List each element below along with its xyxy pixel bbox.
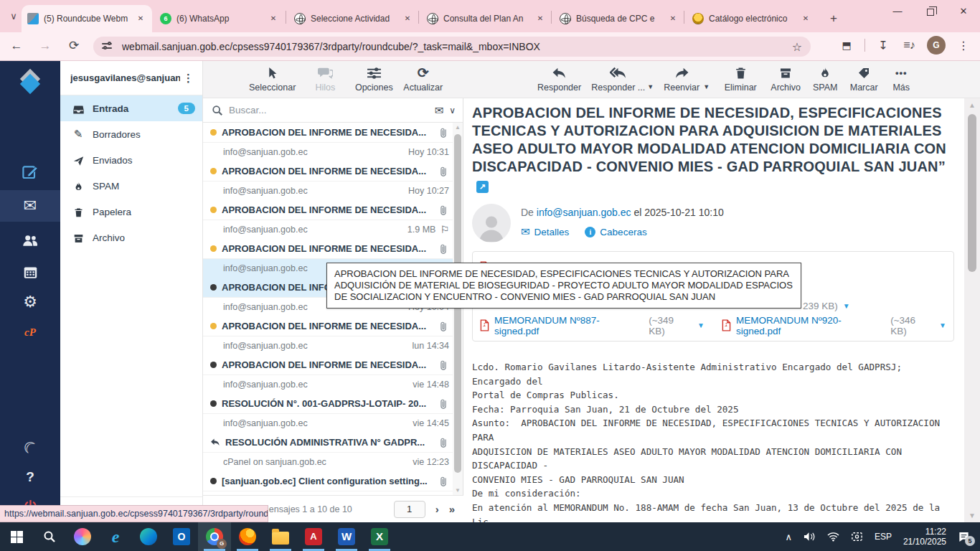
next-page-button[interactable]: › [435, 503, 439, 515]
url-text[interactable]: webmail.sanjuan.gob.ec/cpsess9740179367/… [122, 41, 786, 52]
clock[interactable]: 11:22 21/10/2025 [903, 527, 946, 547]
attachment-menu-icon[interactable]: ▼ [939, 321, 946, 329]
list-item[interactable]: info@sanjuan.gob.ecvie 14:48 RESOLUCIÓN … [203, 375, 453, 414]
folder-spam[interactable]: SPAM [60, 173, 202, 199]
list-scrollbar[interactable]: ▲ ▼ [453, 123, 463, 495]
list-item[interactable]: info@sanjuan.gob.ecvie 14:45 RESOLUCIÓN … [203, 414, 453, 453]
back-button[interactable]: ← [6, 35, 27, 57]
folder-drafts[interactable]: ✎ Borradores [60, 121, 202, 147]
scroll-up-icon[interactable]: ▲ [964, 101, 980, 109]
search-input[interactable] [229, 105, 429, 116]
wifi-icon[interactable] [827, 532, 839, 542]
new-tab-button[interactable]: + [825, 10, 842, 27]
contacts-nav-button[interactable] [0, 225, 60, 256]
folder-sent[interactable]: Enviados [60, 147, 202, 173]
taskbar-search-button[interactable] [33, 522, 66, 551]
list-item[interactable]: info@sanjuan.gob.eclun 14:34 APROBACION … [203, 336, 453, 375]
reload-button[interactable]: ⟳ [63, 35, 85, 57]
extensions-icon[interactable]: ⬒ [839, 39, 854, 51]
list-item[interactable]: info@sanjuan.gob.ec1.9 MB⚐ APROBACION DE… [203, 220, 453, 259]
outlook-button[interactable]: O [165, 522, 198, 551]
acrobat-button[interactable]: A [297, 522, 330, 551]
cast-icon[interactable] [851, 532, 863, 542]
tab-catalogo[interactable]: Catálogo electrónico ✕ [687, 5, 817, 32]
chrome-button[interactable]: G [198, 522, 231, 551]
attachment-menu-icon[interactable]: ▼ [697, 321, 705, 329]
scroll-down-icon[interactable]: ▼ [964, 512, 980, 519]
reply-button[interactable]: Responder [534, 65, 584, 94]
minimize-button[interactable]: — [881, 0, 914, 23]
delete-button[interactable]: Eliminar [718, 65, 763, 94]
address-bar[interactable]: webmail.sanjuan.gob.ec/cpsess9740179367/… [93, 37, 811, 57]
firefox-button[interactable] [231, 522, 264, 551]
headers-toggle[interactable]: iCabeceras [585, 225, 646, 238]
downloads-icon[interactable]: ↧ [875, 39, 891, 52]
spam-button[interactable]: SPAM [809, 65, 842, 94]
more-button[interactable]: ••• Más [886, 65, 916, 94]
tab-close-icon[interactable]: ✕ [268, 13, 279, 24]
list-item[interactable]: info@sanjuan.gob.ecHoy 10:27 APROBACION … [203, 182, 453, 220]
attachment-link[interactable]: 239 KB) ▼ [803, 301, 850, 311]
last-page-button[interactable]: » [449, 503, 455, 515]
tab-close-icon[interactable]: ✕ [402, 13, 413, 24]
folder-trash[interactable]: Papelera [60, 199, 202, 225]
site-info-icon[interactable] [102, 41, 115, 52]
internet-explorer-button[interactable]: e [99, 522, 132, 551]
scroll-down-icon[interactable]: ▼ [453, 487, 463, 494]
reply-all-button[interactable]: Responder ... ▼ [588, 65, 648, 94]
tray-chevron-icon[interactable]: ∧ [785, 532, 792, 542]
tab-close-icon[interactable]: ✕ [135, 13, 146, 24]
tab-busqueda-cpc[interactable]: Búsqueda de CPC e ✕ [554, 5, 684, 32]
profile-avatar[interactable]: G [927, 36, 946, 55]
edge-button[interactable] [132, 522, 165, 551]
mail-nav-button[interactable]: ✉ [0, 190, 60, 222]
bookmark-star-icon[interactable]: ☆ [786, 40, 802, 54]
threads-button[interactable]: Hilos [303, 65, 347, 94]
folder-archive[interactable]: Archivo [60, 225, 202, 250]
folder-options-icon[interactable]: ⋮ [180, 72, 197, 85]
attachment-link[interactable]: MEMORANDUM Nº920-signed.pdf (~346 KB) ▼ [722, 315, 946, 336]
start-button[interactable] [0, 522, 33, 551]
maximize-button[interactable] [914, 0, 947, 23]
tab-seleccione-actividad[interactable]: Seleccione Actividad ✕ [288, 5, 419, 32]
tab-close-icon[interactable]: ✕ [534, 13, 546, 24]
file-explorer-button[interactable] [264, 522, 297, 551]
archive-button[interactable]: Archivo [767, 65, 804, 94]
list-item[interactable]: info@sanjuan.gob.ecHoy 10:31 APROBACION … [203, 143, 453, 182]
copilot-button[interactable] [66, 522, 99, 551]
settings-nav-button[interactable]: ⚙ [0, 286, 60, 318]
forward-button[interactable]: → [34, 35, 56, 57]
tab-roundcube[interactable]: (5) Roundcube Webm ✕ [22, 5, 152, 32]
tab-close-icon[interactable]: ✕ [800, 13, 811, 24]
calendar-nav-button[interactable] [0, 256, 60, 288]
list-item[interactable]: cPanel on sanjuan.gob.ecvie 12:23 [sanju… [203, 453, 453, 491]
attachment-link[interactable]: MEMORANDUM Nº887-signed.pdf (~349 KB) ▼ [480, 315, 705, 336]
close-window-button[interactable]: ✕ [947, 0, 980, 23]
action-center-button[interactable]: 5 [958, 530, 970, 543]
scrollbar-thumb[interactable] [968, 114, 976, 272]
folder-inbox[interactable]: Entrada 5 [60, 95, 202, 121]
scroll-up-icon[interactable]: ▲ [453, 124, 463, 131]
cpanel-button[interactable]: cP [0, 316, 60, 348]
word-button[interactable]: W [330, 522, 363, 551]
options-button[interactable]: Opciones [352, 65, 396, 94]
refresh-button[interactable]: ⟳ Actualizar [400, 65, 446, 94]
browser-menu-icon[interactable]: ⋮ [956, 39, 971, 52]
flag-icon[interactable]: ⚐ [440, 224, 449, 235]
roundcube-logo[interactable] [0, 67, 60, 98]
chevron-down-icon[interactable]: ▼ [703, 83, 710, 90]
page-number-input[interactable]: 1 [394, 501, 425, 518]
excel-button[interactable]: X [363, 522, 396, 551]
select-button[interactable]: Seleccionar [246, 65, 298, 94]
dark-mode-button[interactable]: ☾ [0, 433, 60, 464]
forward-button-mail[interactable]: Reenviar ▼ [659, 65, 704, 94]
search-options-chevron-icon[interactable]: ∨ [449, 105, 456, 116]
tab-search-button[interactable]: ∨ [6, 9, 22, 24]
tab-list-icon[interactable]: ≡♪ [901, 39, 917, 52]
list-item[interactable]: APROBACION DEL INFORME DE NECESIDA... [203, 123, 453, 143]
language-indicator[interactable]: ESP [875, 532, 892, 542]
tab-whatsapp[interactable]: 6 (6) WhatsApp ✕ [154, 5, 285, 32]
mail-scrollbar[interactable]: ▲ ▼ [964, 98, 980, 522]
details-toggle[interactable]: ✉Detalles [521, 225, 569, 238]
tab-consulta-plan[interactable]: Consulta del Plan An ✕ [421, 5, 552, 32]
